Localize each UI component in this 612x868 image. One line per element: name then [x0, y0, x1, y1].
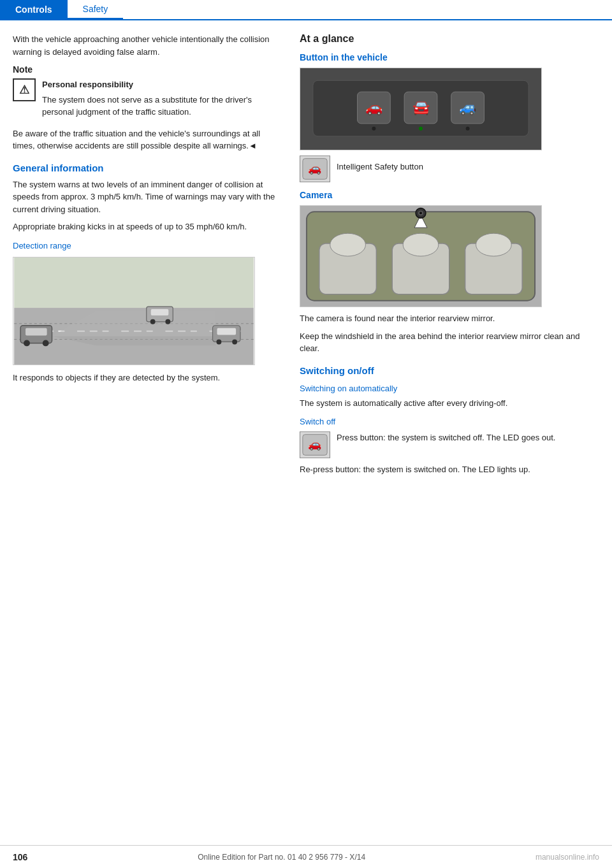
- svg-point-49: [419, 212, 422, 214]
- svg-point-15: [43, 340, 49, 346]
- switch-off-icon: 🚗: [300, 431, 330, 458]
- controls-tab-label: Controls: [15, 4, 52, 15]
- intelligent-safety-label: Intelligent Safety button: [337, 161, 423, 173]
- detection-range-svg: [13, 257, 254, 365]
- svg-rect-21: [217, 328, 236, 335]
- svg-rect-13: [26, 328, 47, 335]
- left-column: With the vehicle approaching another veh…: [13, 33, 280, 481]
- button-vehicle-image: 🚗 🚘 🚙: [300, 68, 542, 150]
- svg-point-22: [216, 339, 221, 344]
- intro-text: With the vehicle approaching another veh…: [13, 33, 280, 58]
- camera-text2: Keep the windshield in the area behind t…: [300, 330, 599, 355]
- svg-rect-17: [151, 309, 169, 315]
- switch-off-subheading: Switch off: [300, 417, 599, 426]
- safety-tab-label: Safety: [83, 4, 108, 14]
- switch-off-text-block: Press button: the system is switched off…: [337, 431, 555, 449]
- detection-description: It responds to objects if they are detec…: [13, 372, 280, 384]
- note-title: Note: [13, 64, 280, 75]
- button-panel-svg: 🚗 🚘 🚙: [300, 68, 541, 150]
- switching-on-auto-text: The system is automatically active after…: [300, 397, 599, 410]
- detection-range-image: [13, 257, 255, 365]
- svg-text:🚗: 🚗: [308, 162, 322, 175]
- switching-onoff-heading: Switching on/off: [300, 365, 599, 376]
- note-content: ⚠ Personal responsibility The system doe…: [13, 78, 280, 124]
- svg-text:🚘: 🚘: [412, 99, 430, 116]
- svg-point-32: [372, 127, 375, 131]
- switch-off-icon-box: 🚗: [300, 431, 330, 458]
- note-text-block: Personal responsibility The system does …: [42, 78, 280, 124]
- button-in-vehicle-heading: Button in the vehicle: [300, 52, 599, 62]
- top-nav: Controls Safety: [0, 0, 612, 20]
- content-wrapper: With the vehicle approaching another veh…: [0, 20, 612, 507]
- intelligent-safety-icon-box: 🚗: [300, 156, 330, 182]
- website-text: manualsonline.info: [536, 853, 599, 862]
- at-a-glance-title: At a glance: [300, 33, 599, 45]
- svg-point-18: [150, 319, 156, 324]
- svg-point-34: [466, 127, 470, 131]
- switching-on-auto-subheading: Switching on automatically: [300, 384, 599, 393]
- camera-svg: [300, 205, 541, 307]
- svg-point-14: [24, 340, 30, 346]
- svg-point-23: [232, 339, 237, 344]
- svg-rect-1: [14, 257, 254, 308]
- switch-off-text2: Re-press button: the system is switched …: [300, 463, 599, 476]
- svg-point-43: [330, 233, 366, 256]
- right-column: At a glance Button in the vehicle 🚗 🚘 🚙: [300, 33, 599, 481]
- svg-text:🚗: 🚗: [308, 438, 322, 451]
- awareness-text: Be aware of the traffic situation and th…: [13, 127, 280, 152]
- svg-point-19: [165, 319, 170, 324]
- switch-off-text1: Press button: the system is switched off…: [337, 431, 555, 444]
- general-info-text2: Appropriate braking kicks in at speeds o…: [13, 221, 280, 233]
- svg-point-45: [476, 233, 512, 256]
- footer: 106 Online Edition for Part no. 01 40 2 …: [0, 845, 612, 868]
- responsibility-text: The system does not serve as a substitut…: [42, 94, 280, 119]
- svg-point-44: [403, 233, 439, 256]
- general-info-text1: The system warns at two levels of an imm…: [13, 178, 280, 216]
- camera-text1: The camera is found near the interior re…: [300, 312, 599, 325]
- responsibility-label: Personal responsibility: [42, 78, 280, 91]
- svg-point-33: [419, 127, 423, 131]
- controls-tab[interactable]: Controls: [0, 0, 68, 19]
- online-edition-text: Online Edition for Part no. 01 40 2 956 …: [198, 853, 365, 862]
- safety-tab[interactable]: Safety: [68, 0, 124, 19]
- page-number: 106: [13, 852, 27, 862]
- svg-text:🚙: 🚙: [459, 99, 477, 116]
- svg-text:🚗: 🚗: [365, 99, 383, 116]
- warning-symbol: ⚠: [19, 83, 29, 97]
- warning-icon: ⚠: [13, 78, 36, 101]
- detection-range-heading: Detection range: [13, 241, 280, 250]
- camera-heading: Camera: [300, 190, 599, 200]
- switch-off-row: 🚗 Press button: the system is switched o…: [300, 431, 599, 458]
- isb-icon: 🚗: [300, 156, 330, 182]
- general-info-heading: General information: [13, 163, 280, 173]
- note-section: Note ⚠ Personal responsibility The syste…: [13, 64, 280, 152]
- camera-image: [300, 205, 542, 307]
- intelligent-safety-row: 🚗 Intelligent Safety button: [300, 156, 599, 182]
